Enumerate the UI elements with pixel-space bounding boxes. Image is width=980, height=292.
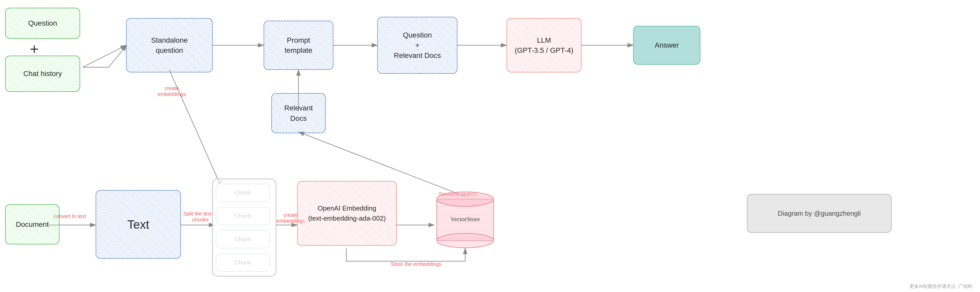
relevant-docs-label: Relevant Docs bbox=[284, 103, 313, 123]
chunk1-label: Chunk bbox=[235, 189, 251, 196]
vectorstore-svg: VectorStore bbox=[434, 186, 496, 248]
chat-history-label: Chat history bbox=[23, 70, 62, 78]
plus-sign: + bbox=[30, 40, 39, 58]
svg-point-16 bbox=[437, 233, 494, 248]
document-node: Document bbox=[5, 204, 59, 244]
question-node: Question bbox=[5, 8, 80, 39]
store-embeddings-label: Store the embeddings bbox=[382, 261, 450, 267]
chunk2-node: Chunk bbox=[216, 207, 270, 225]
vectorstore-node: VectorStore bbox=[434, 186, 496, 248]
text-node: Text bbox=[95, 190, 181, 258]
standalone-question-label: Standalone question bbox=[151, 35, 188, 55]
text-label: Text bbox=[127, 217, 149, 231]
question-relevant-docs-label: Question + Relevant Docs bbox=[394, 30, 441, 61]
openai-embedding-label: OpenAI Embedding (text-embedding-ada-002… bbox=[308, 203, 386, 223]
llm-label: LLM (GPT-3.5 / GPT-4) bbox=[515, 35, 573, 55]
svg-point-15 bbox=[437, 192, 494, 206]
question-relevant-docs-node: Question + Relevant Docs bbox=[377, 17, 457, 74]
watermark: 更多AI绘图佳作请关注: 广祯利 bbox=[910, 283, 972, 289]
chunk4-label: Chunk bbox=[235, 259, 251, 266]
prompt-template-node: Prompt template bbox=[264, 21, 333, 70]
create-embeddings-top-label: create embeddings bbox=[155, 85, 189, 97]
chunk4-node: Chunk bbox=[216, 254, 270, 271]
diagram-credit-node: Diagram by @guangzhengli bbox=[747, 194, 892, 233]
question-label: Question bbox=[28, 19, 57, 27]
answer-node: Answer bbox=[633, 26, 700, 65]
llm-node: LLM (GPT-3.5 / GPT-4) bbox=[506, 18, 581, 72]
split-text-label: Split the text to chunks bbox=[180, 211, 221, 223]
answer-label: Answer bbox=[655, 41, 679, 49]
diagram-container: Question + Chat history convert to text … bbox=[0, 0, 980, 292]
prompt-template-label: Prompt template bbox=[285, 35, 312, 55]
chunk1-node: Chunk bbox=[216, 183, 270, 202]
chunk3-label: Chunk bbox=[235, 236, 251, 243]
chunk2-label: Chunk bbox=[235, 212, 251, 219]
relevant-docs-node: Relevant Docs bbox=[271, 93, 326, 133]
standalone-question-node: Standalone question bbox=[126, 18, 213, 72]
document-label: Document bbox=[16, 220, 49, 229]
chat-history-node: Chat history bbox=[5, 56, 80, 92]
chunk3-node: Chunk bbox=[216, 230, 270, 248]
svg-text:VectorStore: VectorStore bbox=[450, 216, 480, 222]
diagram-credit-label: Diagram by @guangzhengli bbox=[778, 209, 861, 217]
openai-embedding-node: OpenAI Embedding (text-embedding-ada-002… bbox=[297, 181, 397, 246]
svg-line-0 bbox=[83, 45, 126, 67]
